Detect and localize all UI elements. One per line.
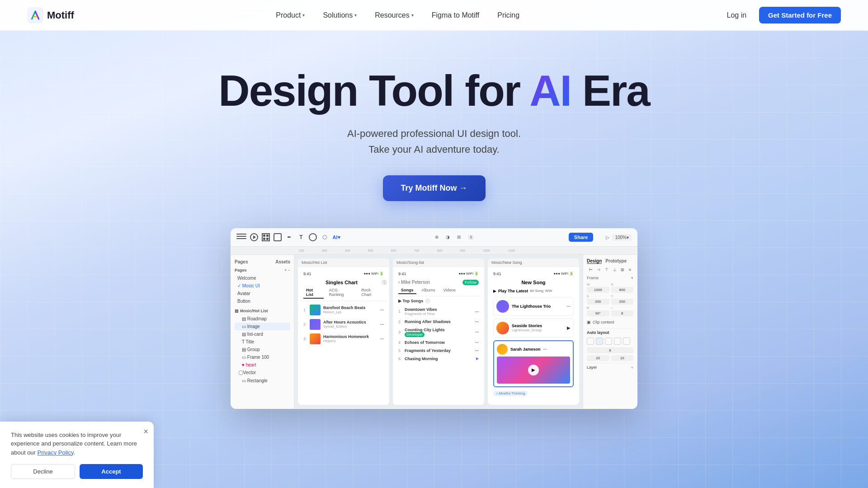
artist-tabs: Songs Albums Videos [396, 287, 481, 296]
app-mockup: ✒ T ⬡ AI▾ ⊕ ◑ ⊞ 5 Share ▷ 100%▾ [231, 228, 637, 409]
play-latest-row: ▶ Play The Latest All Song WW [493, 289, 574, 293]
navbar: Motiff Product ▾ Solutions ▾ Resources ▾… [0, 0, 868, 31]
cookie-text: This website uses cookies to improve you… [11, 431, 143, 457]
sidebar-item-title[interactable]: T Title [235, 338, 290, 346]
hero-cta-button[interactable]: Try Motiff Now → [383, 175, 486, 201]
frame-song-list: Mosic/Song-list 9:41 ●●●WiFi🔋 ‹ Mike Pet… [393, 258, 484, 405]
text-tool-icon: T [297, 233, 305, 241]
song-fragments: 5 Fragments of Yesterday ••• [396, 347, 481, 355]
logo[interactable]: Motiff [27, 7, 74, 23]
featured-song-card: The Lighthouse Trio ••• [493, 297, 574, 316]
sidebar-item-listcard[interactable]: ▤ list-card [235, 330, 290, 338]
rect-tool-icon [274, 233, 282, 241]
nav-resources[interactable]: Resources ▾ [368, 8, 420, 23]
new-song-content: ▶ Play The Latest All Song WW [491, 287, 576, 398]
layout-icon-3[interactable] [605, 338, 612, 345]
ruler: 200 300 400 500 600 700 800 900 1000 110… [231, 247, 637, 255]
sidebar-item-roadmap[interactable]: ▤ Roadmap [235, 315, 290, 323]
nav-actions: Log in Get Started for Free [722, 7, 841, 23]
song-item-1: 1 Barefoot Beach Beats Mason_Lys ••• [301, 303, 387, 317]
login-button[interactable]: Log in [722, 8, 752, 23]
sidebar-item-vector[interactable]: ⃝ Vector [235, 369, 290, 377]
share-button[interactable]: Share [569, 233, 594, 242]
layout-padding-row: 20 10 [587, 355, 633, 361]
sidebar-page-button[interactable]: Button [235, 297, 290, 305]
clip-content-row: ▣ Clip content [587, 318, 633, 326]
contrast-icon: ◑ [446, 235, 450, 240]
layers-icon: ⊞ [457, 235, 461, 240]
toolbar-left-icons: ✒ T ⬡ AI▾ [236, 233, 340, 241]
cookie-close-button[interactable]: × [143, 427, 148, 436]
sidebar-item-group[interactable]: ▤ Group [235, 346, 290, 353]
chevron-down-icon: ▾ [354, 13, 357, 18]
frame-pos-row: X 200 Y 200 [587, 295, 633, 305]
pen-tool-icon: ✒ [285, 233, 293, 241]
right-panel-tabs: Design Prototype [587, 258, 633, 264]
song-list-hotlist: 1 Barefoot Beach Beats Mason_Lys ••• [301, 301, 387, 348]
frame-tabs-hotlist: Hot List ACG Ranking Rock Chart [301, 287, 387, 301]
frame-hot-list: Mosic/Hot List 9:41 ●●●WiFi🔋 Singles Cha… [298, 258, 389, 405]
frame-content-hotlist: 9:41 ●●●WiFi🔋 Singles Chart ⓘ Hot List A [298, 267, 389, 351]
menu-icon [236, 234, 246, 241]
artist-header: ‹ Mike Peterson Follow [396, 278, 481, 287]
mockup-body: Pages Assets Pages+ − Welcome ✓ Mosic UI… [231, 255, 637, 408]
hero-subtitle: AI-powered professional UI design tool. … [347, 126, 521, 157]
sarah-card: Sarah Jameson ••• ▶ [493, 340, 574, 387]
sidebar-header: Pages Assets [235, 259, 290, 264]
song-chasing: 6 Chasing Morning ▶ [396, 355, 481, 363]
song-counting: 3 Counting City Lights Developer ••• [396, 326, 481, 338]
sidebar-page-welcome[interactable]: Welcome [235, 274, 290, 282]
cookie-decline-button[interactable]: Decline [11, 464, 75, 479]
nav-figma-to-motiff[interactable]: Figma to Motiff [425, 8, 487, 23]
frame-rotation-row: R 90° ⌐ 8 [587, 306, 633, 316]
frame-count: 5 [468, 235, 474, 240]
frame-content-songlist: 9:41 ●●●WiFi🔋 ‹ Mike Peterson Follow So [393, 267, 484, 366]
layer-expand-icon[interactable]: + [631, 365, 633, 370]
auto-layout-controls [587, 338, 633, 345]
layout-gap-row: 8 [587, 347, 633, 353]
nav-product[interactable]: Product ▾ [269, 8, 312, 23]
frame-new-song: Mosic/New Song 9:41 ●●●WiFi🔋 New Song [488, 258, 579, 405]
polygon-tool-icon: ⬡ [321, 233, 329, 241]
layout-icon-5[interactable] [623, 338, 630, 345]
mockup-toolbar: ✒ T ⬡ AI▾ ⊕ ◑ ⊞ 5 Share ▷ 100%▾ [231, 229, 637, 247]
frame-size-row: W 1000 H 800 [587, 283, 633, 293]
nav-solutions[interactable]: Solutions ▾ [316, 8, 364, 23]
new-thinking-row: ♪ Mindful Thinking [493, 390, 574, 396]
mockup-sidebar: Pages Assets Pages+ − Welcome ✓ Mosic UI… [231, 255, 294, 408]
sidebar-item-image[interactable]: ▭ Image [235, 323, 290, 330]
privacy-policy-link[interactable]: Privacy Policy [38, 449, 74, 456]
sidebar-page-mosic-ui[interactable]: ✓ Mosic UI [235, 282, 290, 290]
align-tools: ⊢ ⊣ ⊤ ⊥ ⊞ ≡ [587, 267, 633, 272]
sidebar-section-label: ▤Mosic/Hot List [235, 309, 290, 313]
sidebar-item-frame100[interactable]: ▭ Frame 100 [235, 353, 290, 361]
song-item-2: 2 After Hours Acoustics Sylvad_Edition •… [301, 317, 387, 332]
auto-layout-label: Auto layout [587, 330, 633, 335]
layers-section: ▤Mosic/Hot List ▤ Roadmap ▭ Image ▤ list… [235, 309, 290, 385]
hero-content: Design Tool for AI Era AI-powered profes… [191, 31, 676, 427]
sidebar-item-rectangle[interactable]: ▭ Rectangle [235, 377, 290, 385]
sidebar-item-heart[interactable]: ♥ heart [235, 361, 290, 369]
frame-prop-label: Frame▾ [587, 276, 633, 280]
hero-section: Design Tool for AI Era AI-powered profes… [0, 0, 868, 488]
frame-content-newsong: 9:41 ●●●WiFi🔋 New Song ▶ Play The Latest [488, 267, 579, 401]
nav-pricing[interactable]: Pricing [490, 8, 527, 23]
cookie-actions: Decline Accept [11, 464, 143, 479]
frame-label-newsong: Mosic/New Song [488, 258, 579, 267]
logo-text: Motiff [47, 9, 74, 21]
layout-icon-2[interactable] [596, 338, 603, 345]
layout-icon-4[interactable] [614, 338, 621, 345]
circle-tool-icon [309, 233, 317, 241]
song-item-3: 3 Harmonious Homework Helpers ••• [301, 332, 387, 346]
mockup-canvas: Mosic/Hot List 9:41 ●●●WiFi🔋 Singles Cha… [294, 255, 583, 408]
toolbar-right-icons: ▷ 100%▾ [606, 234, 632, 241]
get-started-button[interactable]: Get Started for Free [759, 7, 841, 23]
layout-icon-1[interactable] [587, 338, 594, 345]
song-running: 2 Running After Shadows ••• [396, 318, 481, 326]
toolbar-center-icons: ⊕ ◑ ⊞ 5 [348, 235, 561, 240]
layer-label-row: Layer + [587, 365, 633, 370]
cookie-accept-button[interactable]: Accept [80, 464, 143, 479]
sidebar-page-avatar[interactable]: Avatar [235, 290, 290, 297]
nav-links: Product ▾ Solutions ▾ Resources ▾ Figma … [269, 8, 527, 23]
song-downtown: 1 Downtown VibesFragments of Time ••• [396, 305, 481, 318]
